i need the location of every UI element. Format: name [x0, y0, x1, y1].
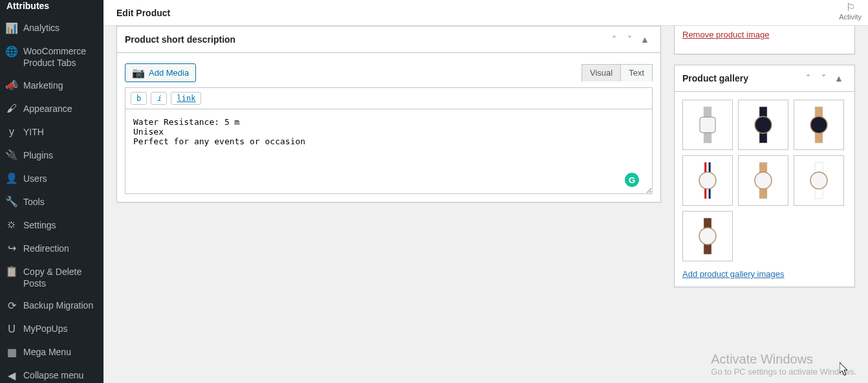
sidebar-icon: 📋 — [5, 266, 18, 279]
product-gallery-panel: Product gallery ˄ ˅ ▲ Add product galler… — [674, 65, 855, 287]
sidebar-item-4[interactable]: yYITH — [0, 121, 103, 144]
sidebar-item-13[interactable]: ▦Mega Menu — [0, 341, 103, 364]
sidebar-label: Mega Menu — [23, 346, 98, 358]
sidebar-item-7[interactable]: 🔧Tools — [0, 191, 103, 214]
product-image-panel-bottom: Remove product image — [674, 26, 855, 54]
flag-icon: ⚐ — [839, 3, 862, 13]
sidebar-item-10[interactable]: 📋Copy & Delete Posts — [0, 261, 103, 294]
sidebar-icon: ▦ — [5, 346, 18, 359]
sidebar-item-8[interactable]: ⛭Settings — [0, 214, 103, 237]
sidebar-icon: ◀ — [5, 369, 18, 382]
move-down-icon[interactable]: ˅ — [816, 71, 831, 86]
sidebar-label: Users — [23, 173, 98, 184]
sidebar-icon: 👤 — [5, 173, 18, 186]
sidebar-label: Appearance — [23, 103, 98, 115]
page-header: Edit Product ⚐ Activity — [103, 0, 868, 26]
sidebar-label: Analytics — [23, 22, 98, 34]
sidebar-label: MyPopUps — [23, 323, 98, 334]
page-title: Edit Product — [116, 8, 170, 18]
panel-header: Product short description ˄ ˅ ▲ — [117, 27, 660, 53]
sidebar-label: Tools — [23, 196, 98, 208]
bold-button[interactable]: b — [131, 92, 147, 105]
quicktags-toolbar: b i link — [125, 87, 653, 109]
gallery-thumbnail[interactable] — [738, 155, 788, 206]
sidebar-label: Settings — [23, 219, 98, 231]
svg-point-13 — [755, 172, 772, 189]
short-description-panel: Product short description ˄ ˅ ▲ 📷 Add Me… — [116, 26, 661, 202]
sidebar-icon: 🖌 — [5, 103, 18, 116]
content-area: Edit Product ⚐ Activity Product short de… — [103, 0, 868, 383]
gallery-grid — [682, 100, 847, 261]
move-up-icon[interactable]: ˄ — [606, 32, 622, 47]
sidebar-item-2[interactable]: 📣Marketing — [0, 74, 103, 98]
sidebar-icon: ↪ — [5, 243, 18, 256]
sidebar-label: Collapse menu — [23, 369, 98, 381]
grammarly-icon[interactable]: G — [625, 173, 639, 187]
sidebar-icon: 🌐 — [5, 45, 18, 58]
sidebar-label: Redirection — [23, 243, 98, 254]
gallery-thumbnail[interactable] — [794, 155, 844, 206]
activity-button[interactable]: ⚐ Activity — [839, 3, 862, 21]
toggle-panel-icon[interactable]: ▲ — [831, 71, 847, 86]
remove-product-image-link[interactable]: Remove product image — [682, 30, 847, 46]
gallery-panel-title: Product gallery — [682, 73, 800, 83]
sidebar-icon: ⛭ — [5, 219, 18, 232]
sidebar-label: YITH — [23, 126, 98, 138]
italic-button[interactable]: i — [151, 92, 167, 105]
sidebar-icon: y — [5, 126, 18, 139]
sidebar-item-12[interactable]: UMyPopUps — [0, 318, 103, 341]
sidebar-sub-label: Attributes — [6, 0, 98, 12]
sidebar-item-11[interactable]: ⟳Backup Migration — [0, 294, 103, 318]
gallery-thumbnail[interactable] — [738, 100, 788, 150]
sidebar-item-5[interactable]: 🔌Plugins — [0, 144, 103, 168]
link-button[interactable]: link — [171, 92, 201, 105]
svg-point-15 — [810, 172, 827, 189]
sidebar-item-6[interactable]: 👤Users — [0, 168, 103, 191]
sidebar-label: Copy & Delete Posts — [23, 266, 98, 289]
sidebar-icon: 📊 — [5, 22, 18, 35]
svg-point-5 — [810, 116, 827, 133]
gallery-thumbnail[interactable] — [682, 211, 733, 261]
svg-point-11 — [699, 172, 716, 189]
svg-rect-1 — [700, 117, 715, 133]
add-gallery-images-link[interactable]: Add product gallery images — [682, 269, 785, 279]
sidebar-icon: U — [5, 323, 18, 336]
svg-point-3 — [755, 116, 772, 133]
sidebar-label: Plugins — [23, 149, 98, 161]
gallery-thumbnail[interactable] — [794, 100, 844, 150]
add-media-button[interactable]: 📷 Add Media — [125, 63, 196, 82]
sidebar-item-1[interactable]: 🌐WooCommerce Product Tabs — [0, 40, 103, 74]
sidebar-label: Backup Migration — [23, 300, 98, 311]
media-icon: 📷 — [132, 67, 145, 79]
sidebar-icon: ⟳ — [5, 300, 18, 312]
tab-visual[interactable]: Visual — [581, 64, 621, 82]
sidebar-icon: 📣 — [5, 80, 18, 93]
gallery-thumbnail[interactable] — [682, 155, 733, 206]
description-textarea[interactable] — [125, 109, 652, 193]
sidebar-icon: 🔌 — [5, 149, 18, 162]
move-down-icon[interactable]: ˅ — [622, 32, 637, 47]
add-media-label: Add Media — [149, 68, 189, 78]
sidebar-item-14[interactable]: ◀Collapse menu — [0, 364, 103, 383]
sidebar-item-0[interactable]: 📊Analytics — [0, 17, 103, 40]
admin-sidebar: Attributes 📊Analytics🌐WooCommerce Produc… — [0, 0, 103, 383]
sidebar-item-3[interactable]: 🖌Appearance — [0, 98, 103, 121]
sidebar-sub-attributes[interactable]: Attributes — [0, 0, 103, 17]
gallery-panel-header: Product gallery ˄ ˅ ▲ — [675, 65, 854, 92]
activity-label: Activity — [839, 13, 862, 21]
sidebar-item-9[interactable]: ↪Redirection — [0, 237, 103, 261]
svg-point-17 — [699, 228, 716, 245]
panel-title: Product short description — [125, 34, 606, 45]
tab-text[interactable]: Text — [621, 64, 653, 82]
sidebar-icon: 🔧 — [5, 196, 18, 209]
gallery-thumbnail[interactable] — [682, 100, 733, 150]
sidebar-label: WooCommerce Product Tabs — [23, 45, 98, 69]
move-up-icon[interactable]: ˄ — [800, 71, 816, 86]
sidebar-label: Marketing — [23, 80, 98, 91]
toggle-panel-icon[interactable]: ▲ — [637, 32, 653, 47]
